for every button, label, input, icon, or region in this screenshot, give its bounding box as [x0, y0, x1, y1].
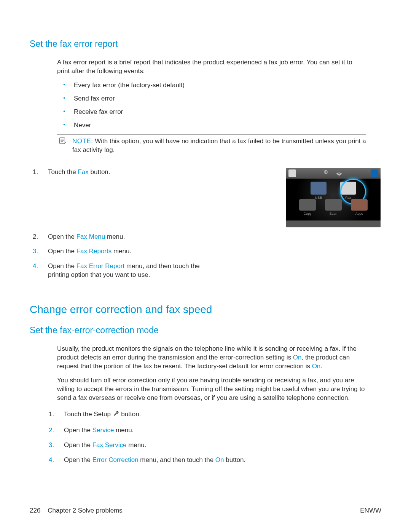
section3-body: Usually, the product monitors the signal… — [57, 345, 366, 464]
chapter-title: Chapter 2 Solve problems — [48, 507, 123, 514]
section1-body: A fax error report is a brief report tha… — [57, 58, 366, 157]
settings-icon — [324, 170, 331, 177]
app-copy: Copy — [298, 199, 317, 219]
svg-point-3 — [339, 175, 340, 176]
event-list: Every fax error (the factory-set default… — [57, 81, 366, 130]
step-2: Open the Service menu. — [46, 426, 366, 435]
ui-term-fax-service: Fax Service — [92, 441, 127, 449]
ui-term-on: On — [312, 363, 321, 370]
ui-term-fax-reports: Fax Reports — [76, 248, 112, 255]
heading-fax-error-report: Set the fax error report — [30, 38, 381, 50]
footer-right: ENWW — [360, 506, 381, 515]
svg-point-2 — [325, 171, 326, 173]
manual-page: Set the fax error report A fax error rep… — [0, 0, 411, 532]
note-box: NOTE: With this option, you will have no… — [57, 134, 366, 157]
app-scan: Scan — [324, 199, 343, 219]
note-icon — [59, 137, 68, 146]
event-item: Send fax error — [57, 94, 366, 103]
event-item: Never — [57, 121, 366, 130]
step-2: Open the Fax Menu menu. — [30, 233, 381, 241]
status-icon — [288, 169, 296, 177]
info-icon — [371, 169, 378, 177]
ui-term-error-correction: Error Correction — [92, 456, 139, 463]
heading-change-error-correction: Change error correction and fax speed — [30, 302, 381, 317]
page-footer: 226 Chapter 2 Solve problems ENWW — [30, 506, 381, 515]
page-number: 226 — [30, 507, 40, 514]
step-1: Touch the Fax button. — [30, 168, 277, 177]
step-1: Touch the Setup button. — [46, 410, 366, 420]
ui-term-fax-error-report: Fax Error Report — [76, 262, 125, 270]
step-4: Open the Fax Error Report menu, and then… — [30, 262, 200, 280]
step-3: Open the Fax Reports menu. — [30, 247, 381, 256]
section3-p2: You should turn off error correction onl… — [57, 376, 366, 403]
steps-list-1: Touch the Fax button. — [30, 168, 277, 177]
event-item: Receive fax error — [57, 108, 366, 117]
note-text: With this option, you will have no indic… — [72, 137, 366, 153]
section3-p1: Usually, the product monitors the signal… — [57, 345, 366, 371]
printer-touchscreen: USB Fax Copy Scan Apps — [286, 168, 381, 227]
ui-term-fax-menu: Fax Menu — [76, 233, 105, 240]
steps-list-1b: Open the Fax Menu menu. Open the Fax Rep… — [30, 233, 381, 280]
step-4: Open the Error Correction menu, and then… — [46, 456, 366, 465]
ui-term-on: On — [293, 354, 302, 361]
touchscreen-figure: USB Fax Copy Scan Apps — [286, 168, 381, 227]
event-item: Every fax error (the factory-set default… — [57, 81, 366, 90]
setup-wrench-icon — [113, 411, 119, 420]
screen-footer — [286, 220, 381, 227]
svg-rect-0 — [60, 138, 65, 144]
wifi-icon — [335, 170, 343, 177]
intro-paragraph: A fax error report is a brief report tha… — [57, 58, 366, 76]
app-apps: Apps — [350, 199, 369, 219]
ui-term-on: On — [215, 456, 224, 463]
ui-term-fax: Fax — [78, 168, 88, 176]
steps-list-2: Touch the Setup button. Open the Service… — [46, 410, 366, 465]
ui-term-service: Service — [92, 427, 114, 434]
heading-fax-error-correction-mode: Set the fax-error-correction mode — [30, 324, 381, 336]
note-label: NOTE: — [72, 137, 93, 145]
step-3: Open the Fax Service menu. — [46, 441, 366, 450]
